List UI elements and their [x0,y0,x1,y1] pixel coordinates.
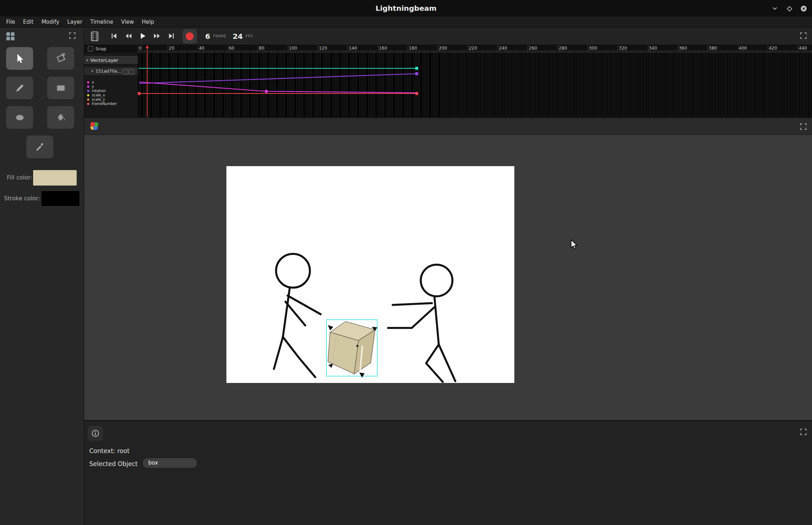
property-row-scale_x[interactable]: scale_x [84,93,138,97]
keyframe-color-dot [87,86,89,88]
rectangle-icon [55,83,66,93]
tools-panel-expand-button[interactable] [68,31,77,40]
menu-edit[interactable]: Edit [19,17,37,27]
canvas-panel [84,118,812,420]
film-frames-button[interactable] [88,29,101,43]
rewind-button[interactable] [122,30,135,42]
ruler-label: 240 [499,46,507,51]
inspector-expand-button[interactable] [799,427,808,437]
film-strip-icon [91,31,99,41]
fps-value: 24 [233,32,243,41]
ruler-label: 180 [409,46,417,51]
ruler-minor-ticks [138,50,812,53]
panel-grid-button[interactable] [3,29,18,44]
selected-object-value[interactable]: box [143,458,197,468]
record-button[interactable] [182,29,197,44]
property-row-x[interactable]: x [84,80,138,85]
tool-eyedropper-button[interactable] [26,136,53,158]
ruler-label: 100 [289,46,297,51]
timeline-expand-button[interactable] [799,31,808,40]
ruler-label: 20 [169,46,174,51]
info-button[interactable] [88,426,103,441]
ruler-label: 220 [469,46,477,51]
skip-start-icon [110,32,118,40]
selected-object-box[interactable] [328,321,375,374]
layer-lock-toggle[interactable] [129,69,134,74]
property-row-y[interactable]: y [84,85,138,89]
menu-modify[interactable]: Modify [37,17,63,27]
snap-control: Snap [88,46,106,51]
keyframe-marker[interactable] [415,92,419,95]
menu-help[interactable]: Help [138,17,158,27]
expand-icon [800,123,807,130]
keyframe-marker[interactable] [265,90,268,93]
property-label: x [92,81,94,84]
minimize-button[interactable] [771,5,779,13]
stroke-color-swatch[interactable] [41,191,80,206]
ruler-label: 300 [589,46,597,51]
menu-layer[interactable]: Layer [63,17,86,27]
timeline-ruler[interactable]: 0204060801001201401601802002202402602803… [84,45,812,53]
tool-select-button[interactable] [6,47,33,70]
selection-handle-nw[interactable] [328,325,333,330]
tool-transform-button[interactable] [47,47,74,70]
ruler-label: 80 [259,46,264,51]
diamond-icon [787,6,792,12]
ruler-label: 420 [769,46,777,51]
keyframe-marker[interactable] [415,67,418,70]
layer-row-vectorlayer[interactable]: ▾ VectorLayer [84,56,138,64]
inspector-panel: Context: root Selected Object box [84,420,812,525]
drawing-stage[interactable] [226,166,514,383]
ruler-label: 200 [439,46,447,51]
property-row-rotation[interactable]: rotation [84,89,138,93]
maximize-button[interactable] [785,5,793,13]
tool-pencil-button[interactable] [6,77,33,99]
playhead-line[interactable] [147,48,148,117]
titlebar: Lightningbeam [0,0,812,17]
snap-checkbox[interactable] [88,46,93,51]
property-label: frameNumber [92,102,117,106]
menu-timeline[interactable]: Timeline [86,17,117,27]
tool-rectangle-button[interactable] [47,77,74,99]
property-row-scale_y[interactable]: scale_y [84,97,138,102]
fast-forward-icon [153,32,161,40]
layer-name: VectorLayer [90,58,118,63]
property-label: scale_x [92,93,105,97]
keyframe-marker[interactable] [415,72,418,75]
stick-figure-right [388,265,455,382]
mouse-cursor [570,239,578,250]
fill-color-swatch[interactable] [33,170,77,186]
selection-handle-sw[interactable] [328,364,333,368]
layer-collapse-triangle-icon[interactable]: ▾ [86,59,88,62]
expand-icon [800,428,807,435]
property-row-frameNumber[interactable]: frameNumber [84,102,138,106]
frame-counter: 6 FRAME 24 FPS [205,28,256,45]
fast-forward-button[interactable] [151,30,163,42]
menu-view[interactable]: View [117,17,138,27]
tool-ellipse-button[interactable] [6,106,33,129]
canvas-expand-button[interactable] [799,122,808,131]
keyframe-marker[interactable] [138,92,141,95]
play-button[interactable] [136,30,149,42]
layer-visibility-toggle[interactable] [123,69,128,74]
ruler-label: 60 [229,46,234,51]
curve-purple[interactable] [139,74,417,83]
ruler-label: 260 [529,46,537,51]
curve-magenta[interactable] [139,82,417,93]
selection-center-point[interactable] [356,345,358,347]
ruler-label: 160 [379,46,387,51]
property-label: scale_y [92,98,105,101]
tools-panel: Fill color: Stroke color: [0,28,84,525]
property-list: xyrotationscale_xscale_yframeNumber [84,80,138,106]
layer-row-object[interactable]: ▾ 151ad70a... [84,67,138,76]
keyframe-color-dot [87,90,89,92]
close-button[interactable] [800,5,808,13]
record-icon [185,32,194,41]
skip-to-start-button[interactable] [108,30,120,42]
menu-file[interactable]: File [2,17,19,27]
sublayer-collapse-triangle-icon[interactable]: ▾ [91,69,93,73]
tool-paint-bucket-button[interactable] [47,106,74,129]
selection-handle-s[interactable] [359,373,365,378]
skip-to-end-button[interactable] [165,30,177,42]
keyframe-color-dot [87,99,89,101]
